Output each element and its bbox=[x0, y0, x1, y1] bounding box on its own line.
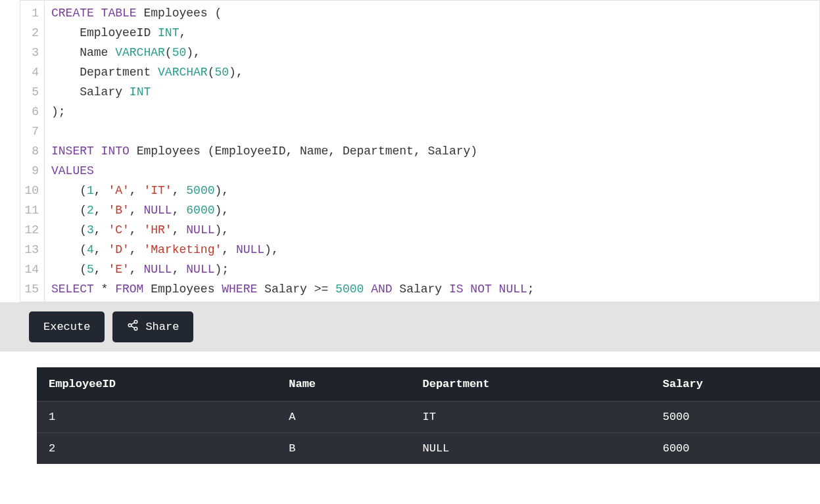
code-line[interactable]: (4, 'D', 'Marketing', NULL), bbox=[51, 240, 813, 260]
code-line[interactable]: EmployeeID INT, bbox=[51, 23, 813, 43]
code-line[interactable]: (1, 'A', 'IT', 5000), bbox=[51, 181, 813, 200]
line-number: 6 bbox=[24, 102, 39, 122]
svg-point-2 bbox=[135, 327, 138, 331]
column-header: EmployeeID bbox=[37, 367, 277, 401]
line-number: 15 bbox=[24, 279, 39, 299]
column-header: Name bbox=[277, 367, 410, 401]
code-line[interactable]: VALUES bbox=[51, 161, 813, 181]
svg-line-4 bbox=[132, 326, 135, 328]
line-number: 12 bbox=[24, 220, 39, 240]
execute-button[interactable]: Execute bbox=[29, 311, 105, 342]
table-cell: 5000 bbox=[651, 401, 820, 433]
code-line[interactable]: (2, 'B', NULL, 6000), bbox=[51, 200, 813, 220]
column-header: Department bbox=[410, 367, 650, 401]
table-row: 1AIT5000 bbox=[37, 401, 820, 433]
table-cell: 6000 bbox=[651, 433, 820, 465]
code-line[interactable]: INSERT INTO Employees (EmployeeID, Name,… bbox=[51, 141, 813, 161]
line-number: 10 bbox=[24, 181, 39, 200]
line-number: 4 bbox=[24, 62, 39, 82]
table-cell: B bbox=[277, 433, 410, 465]
table-row: 2BNULL6000 bbox=[37, 433, 820, 465]
code-area[interactable]: CREATE TABLE Employees ( EmployeeID INT,… bbox=[45, 1, 819, 302]
table-cell: NULL bbox=[410, 433, 650, 465]
result-table: EmployeeIDNameDepartmentSalary 1AIT50002… bbox=[37, 367, 820, 464]
table-cell: 2 bbox=[37, 433, 277, 465]
line-number: 2 bbox=[24, 23, 39, 43]
code-line[interactable]: ); bbox=[51, 102, 813, 122]
share-icon bbox=[127, 319, 139, 334]
results-panel: EmployeeIDNameDepartmentSalary 1AIT50002… bbox=[0, 352, 820, 464]
line-number: 14 bbox=[24, 260, 39, 279]
line-number: 9 bbox=[24, 161, 39, 181]
column-header: Salary bbox=[651, 367, 820, 401]
table-cell: IT bbox=[410, 401, 650, 433]
svg-line-3 bbox=[132, 323, 135, 325]
code-line[interactable]: SELECT * FROM Employees WHERE Salary >= … bbox=[51, 279, 813, 299]
code-line[interactable]: (5, 'E', NULL, NULL); bbox=[51, 260, 813, 279]
code-line[interactable]: Department VARCHAR(50), bbox=[51, 62, 813, 82]
table-cell: 1 bbox=[37, 401, 277, 433]
line-number: 7 bbox=[24, 122, 39, 141]
code-line[interactable]: Salary INT bbox=[51, 82, 813, 102]
svg-point-1 bbox=[129, 324, 132, 327]
toolbar: Execute Share bbox=[0, 302, 820, 352]
line-number: 5 bbox=[24, 82, 39, 102]
execute-button-label: Execute bbox=[43, 321, 90, 333]
line-number-gutter: 123456789101112131415 bbox=[20, 1, 45, 302]
code-line[interactable] bbox=[51, 122, 813, 141]
share-button[interactable]: Share bbox=[112, 311, 193, 342]
line-number: 1 bbox=[24, 3, 39, 23]
svg-point-0 bbox=[135, 321, 138, 324]
table-cell: A bbox=[277, 401, 410, 433]
line-number: 8 bbox=[24, 141, 39, 161]
share-button-label: Share bbox=[145, 321, 179, 333]
sql-editor[interactable]: 123456789101112131415 CREATE TABLE Emplo… bbox=[20, 0, 820, 302]
code-line[interactable]: (3, 'C', 'HR', NULL), bbox=[51, 220, 813, 240]
code-line[interactable]: CREATE TABLE Employees ( bbox=[51, 3, 813, 23]
code-line[interactable]: Name VARCHAR(50), bbox=[51, 43, 813, 62]
line-number: 11 bbox=[24, 200, 39, 220]
line-number: 3 bbox=[24, 43, 39, 62]
line-number: 13 bbox=[24, 240, 39, 260]
